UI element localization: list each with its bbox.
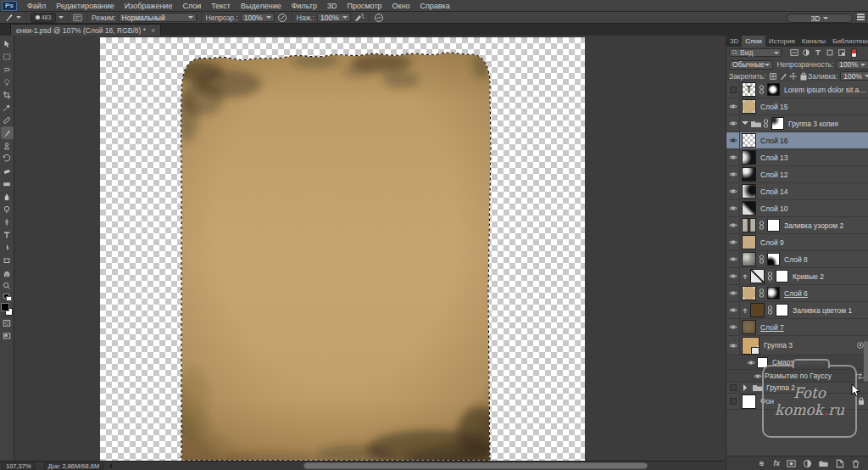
visibility-toggle[interactable] <box>726 268 740 284</box>
mask-link-icon[interactable] <box>767 271 773 281</box>
blur-tool[interactable] <box>1 190 14 203</box>
visibility-toggle[interactable] <box>726 319 740 335</box>
menu-image[interactable]: Изображение <box>120 2 178 10</box>
menu-window[interactable]: Окно <box>387 2 415 10</box>
path-selection-tool[interactable] <box>1 241 14 254</box>
eraser-tool[interactable] <box>1 165 14 177</box>
move-tool[interactable] <box>1 37 14 50</box>
layer-thumbnail[interactable] <box>742 235 756 249</box>
layer-row[interactable]: Слой 7 <box>726 319 868 336</box>
menu-edit[interactable]: Редактирование <box>51 2 120 10</box>
layer-name[interactable]: Слой 12 <box>760 171 788 179</box>
clone-stamp-tool[interactable] <box>1 139 14 152</box>
visibility-toggle[interactable] <box>726 336 740 355</box>
new-group-button[interactable] <box>819 459 828 468</box>
lock-transparency-icon[interactable] <box>769 72 777 81</box>
history-brush-tool[interactable] <box>1 152 14 165</box>
layer-group-row[interactable]: Группа 3 копия <box>726 115 868 132</box>
brush-preset[interactable]: 483 <box>26 12 69 23</box>
brush-tool[interactable] <box>1 126 14 139</box>
new-layer-button[interactable] <box>835 459 844 468</box>
layer-row[interactable]: Слой 12 <box>726 166 868 183</box>
adjustment-layer-button[interactable] <box>803 459 812 468</box>
tab-channels[interactable]: Каналы <box>798 36 829 47</box>
marquee-tool[interactable] <box>1 50 14 63</box>
panel-menu-icon[interactable] <box>857 16 865 18</box>
mask-link-icon[interactable] <box>759 255 765 264</box>
visibility-toggle[interactable] <box>726 394 740 409</box>
visibility-toggle[interactable] <box>726 383 740 393</box>
layer-row[interactable]: Слой 10 <box>726 200 868 217</box>
smart-object-group-row[interactable]: Группа 3 <box>726 336 868 355</box>
visibility-toggle[interactable] <box>726 302 740 318</box>
layer-row-selected[interactable]: Слой 16 <box>726 132 868 149</box>
hidden-eye-checkbox[interactable] <box>730 384 737 391</box>
hand-tool[interactable] <box>1 266 14 279</box>
layer-name[interactable]: Слой 13 <box>760 154 788 162</box>
lock-all-icon[interactable] <box>799 72 808 81</box>
layer-name[interactable]: Слой 6 <box>784 289 808 298</box>
close-tab-icon[interactable]: × <box>151 26 155 35</box>
layer-name[interactable]: Слой 16 <box>760 137 788 145</box>
quick-mask-button[interactable] <box>1 316 14 329</box>
dodge-tool[interactable] <box>1 203 14 215</box>
mask-link-icon[interactable] <box>763 119 769 128</box>
filter-kind-select[interactable]: Вид <box>729 48 782 57</box>
eye-icon[interactable] <box>754 373 762 379</box>
mask-link-icon[interactable] <box>759 221 765 230</box>
healing-brush-tool[interactable] <box>1 114 14 126</box>
delete-layer-button[interactable] <box>851 459 860 468</box>
zoom-level-field[interactable]: 107,37% <box>2 462 36 470</box>
shape-tool[interactable] <box>1 254 14 266</box>
smart-object-thumbnail[interactable] <box>742 337 760 355</box>
layer-name[interactable]: Слой 9 <box>760 238 784 247</box>
layer-name[interactable]: Заливка узором 2 <box>784 221 843 230</box>
hidden-eye-checkbox[interactable] <box>730 87 737 93</box>
visibility-toggle[interactable] <box>726 149 740 165</box>
curves-adjustment-row[interactable]: Кривые 2 <box>726 268 868 285</box>
layer-opacity-field[interactable]: 100% <box>836 60 868 70</box>
eyedropper-tool[interactable] <box>1 101 14 114</box>
visibility-toggle[interactable] <box>726 217 740 233</box>
layer-thumbnail[interactable] <box>742 320 756 334</box>
type-tool[interactable] <box>1 228 14 241</box>
layer-name[interactable]: Lorem ipsum dolor sit amet, cons... <box>784 86 868 94</box>
lock-position-icon[interactable] <box>789 72 798 81</box>
visibility-toggle[interactable] <box>726 98 740 115</box>
layer-thumbnail[interactable] <box>742 201 756 215</box>
layer-name[interactable]: Заливка цветом 1 <box>793 306 852 315</box>
mode-select[interactable]: Нормальный <box>119 13 197 22</box>
layer-mask-thumbnail[interactable] <box>767 287 780 299</box>
menu-file[interactable]: Файл <box>22 2 51 10</box>
layer-thumbnail[interactable] <box>742 286 756 300</box>
layer-name[interactable]: Слой 15 <box>760 103 788 111</box>
add-mask-button[interactable] <box>787 459 796 468</box>
layer-row[interactable]: Слой 9 <box>726 234 868 251</box>
visibility-toggle[interactable] <box>726 234 740 250</box>
visibility-toggle[interactable] <box>726 115 740 131</box>
eye-icon[interactable] <box>747 360 755 366</box>
menu-help[interactable]: Справка <box>415 2 454 10</box>
color-fill-thumbnail[interactable] <box>750 303 765 317</box>
layer-row[interactable]: Слой 8 <box>726 251 868 268</box>
filter-toggle-switch[interactable] <box>851 48 857 58</box>
layer-name[interactable]: Слой 14 <box>760 187 788 196</box>
lock-pixels-icon[interactable] <box>779 72 787 81</box>
opacity-select[interactable]: 100% <box>241 13 275 22</box>
visibility-toggle[interactable] <box>726 132 740 148</box>
menu-3d[interactable]: 3D <box>322 2 342 10</box>
visibility-toggle[interactable] <box>726 251 740 267</box>
layer-name[interactable]: Группа 3 копия <box>788 120 838 128</box>
quick-selection-tool[interactable] <box>1 76 14 88</box>
layer-thumbnail[interactable] <box>742 133 756 148</box>
layer-thumbnail[interactable] <box>742 167 756 182</box>
visibility-toggle[interactable] <box>726 200 740 216</box>
layer-name[interactable]: Слой 7 <box>760 323 784 332</box>
visibility-toggle[interactable] <box>726 183 740 199</box>
layer-mask-thumbnail[interactable] <box>767 83 780 96</box>
layer-name[interactable]: Слой 8 <box>784 255 808 264</box>
link-layers-button[interactable] <box>757 459 766 468</box>
lasso-tool[interactable] <box>1 63 14 76</box>
layer-mask-thumbnail[interactable] <box>767 253 780 266</box>
gradient-tool[interactable] <box>1 177 14 190</box>
